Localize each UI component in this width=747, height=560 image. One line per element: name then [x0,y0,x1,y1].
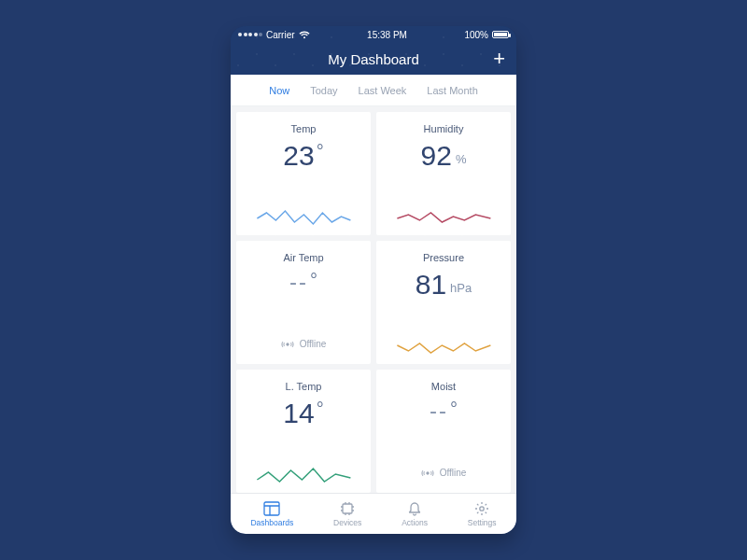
signal-dots-icon [238,33,262,36]
card-label: Moist [431,381,456,392]
status-bar: Carrier 15:38 PM 100% [231,26,516,43]
card-label: L. Temp [286,381,322,392]
battery-pct-label: 100% [464,30,488,40]
tab-last-week[interactable]: Last Week [359,85,407,96]
card-value: 81hPa [416,271,472,299]
card-moist[interactable]: Moist --° Offline [376,370,511,493]
bell-icon [407,501,422,516]
battery-icon [492,31,509,38]
page-title: My Dashboard [328,51,419,67]
card-value: 23° [283,142,323,170]
time-range-tabs: Now Today Last Week Last Month [231,75,516,106]
svg-rect-2 [264,502,279,515]
sparkline-icon [388,205,500,230]
phone-frame: Carrier 15:38 PM 100% My Dashboard + Now… [231,26,516,534]
signal-icon [421,469,434,478]
nav-devices[interactable]: Devices [333,501,361,527]
svg-point-0 [286,343,288,344]
card-pressure[interactable]: Pressure 81hPa [376,241,511,364]
card-label: Air Temp [283,252,323,263]
clock-label: 15:38 PM [367,30,407,40]
wifi-icon [299,31,310,39]
card-value: --° [289,271,317,293]
offline-indicator: Offline [281,339,327,358]
sparkline-icon [248,205,359,230]
card-l-temp[interactable]: L. Temp 14° [236,370,371,493]
svg-rect-5 [343,504,352,513]
card-label: Pressure [423,252,464,263]
add-button[interactable]: + [493,49,505,69]
nav-settings[interactable]: Settings [468,501,497,527]
chip-icon [339,501,356,516]
card-value: 14° [283,399,323,427]
svg-point-14 [480,506,484,510]
tab-now[interactable]: Now [269,85,289,96]
card-value: --° [430,399,458,422]
card-humidity[interactable]: Humidity 92% [376,112,511,235]
bottom-nav: Dashboards Devices Actions Settings [231,493,516,534]
card-label: Temp [291,123,317,134]
carrier-label: Carrier [266,30,295,40]
card-air-temp[interactable]: Air Temp --° Offline [236,241,371,364]
svg-point-1 [426,471,428,473]
card-grid: Temp 23° Humidity 92% Air Temp --° [231,106,516,493]
nav-dashboards[interactable]: Dashboards [250,501,293,527]
nav-actions[interactable]: Actions [402,501,428,527]
card-label: Humidity [424,123,464,134]
sparkline-icon [388,334,500,358]
app-header: My Dashboard + [231,43,516,75]
tab-today[interactable]: Today [310,85,337,96]
gear-icon [474,501,489,516]
dashboard-icon [263,501,280,516]
card-value: 92% [421,142,467,170]
offline-indicator: Offline [421,468,467,487]
sparkline-icon [248,463,359,487]
card-temp[interactable]: Temp 23° [236,112,371,235]
signal-icon [281,340,294,349]
tab-last-month[interactable]: Last Month [427,85,477,96]
